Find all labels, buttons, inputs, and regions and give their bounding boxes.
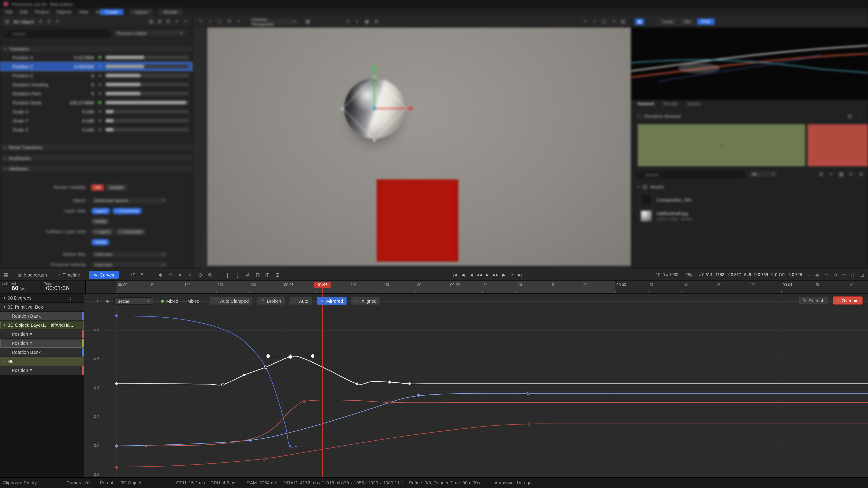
assets-folder-row[interactable]: ▸ ▤ Assets [638, 184, 664, 190]
ghost-icon[interactable]: ◎ [207, 272, 213, 278]
grid-view-icon[interactable]: ⊞ [846, 113, 853, 119]
disable-button[interactable]: Disable [106, 184, 127, 191]
section-attributes[interactable]: ▾ Attributes [0, 165, 192, 173]
add-keyframe-icon[interactable]: ◆ [157, 272, 164, 278]
outline-row-3d-primitive-box[interactable]: ▾3D Primitive: Box [0, 303, 84, 312]
property-row-position-z[interactable]: Position Z0 [0, 71, 192, 80]
property-value[interactable]: 225.274889 [66, 100, 94, 105]
loop-icon[interactable]: ⟳ [823, 272, 829, 277]
range-start-icon[interactable]: [ [224, 272, 231, 278]
property-value[interactable]: -0.094346 [66, 64, 94, 69]
play-button[interactable]: ▶ [484, 271, 491, 278]
select-tool-icon[interactable]: ↖ [197, 19, 204, 24]
renderer-browser-checkbox[interactable] [638, 114, 642, 118]
keyframe-toggle[interactable] [98, 119, 101, 122]
property-value[interactable]: 0.100 [66, 118, 94, 123]
layer-chip[interactable]: Layer1 [91, 208, 110, 214]
disclosure-icon[interactable]: ▾ [4, 305, 5, 309]
orbit-tool-icon[interactable]: ⟲ [226, 19, 232, 24]
snap-target-icon[interactable]: ⌖ [187, 272, 193, 278]
tab-timeline[interactable]: ◔Timeline [56, 271, 82, 279]
tangent-handle[interactable] [311, 354, 314, 358]
snapshot-icon[interactable]: ⊡ [860, 272, 865, 277]
property-value[interactable]: 0.100 [66, 127, 94, 132]
frame-tool-icon[interactable]: ⌖ [235, 19, 242, 24]
overlays-icon[interactable]: ▤ [620, 19, 626, 24]
section-reset-transform[interactable]: ▸ Reset Transform [0, 143, 192, 151]
property-slider[interactable] [106, 119, 189, 122]
grid-icon[interactable]: ⊞ [373, 19, 380, 24]
property-slider[interactable] [106, 128, 189, 132]
property-row-rotation-heading[interactable]: Rotation Heading0 [0, 80, 192, 89]
disclosure-icon[interactable]: ▾ [4, 323, 5, 327]
playhead-badge[interactable]: 01:06 [314, 282, 331, 288]
light-icon[interactable]: ⊙ [345, 19, 351, 24]
magnet-icon[interactable]: ⊙ [197, 272, 204, 278]
step-back-button[interactable]: ◀| [460, 271, 466, 278]
property-row-scale-z[interactable]: Scale Z0.100 [0, 125, 192, 134]
object-dropdown[interactable]: Deformed Sphere▼ [91, 197, 168, 204]
range-end-icon[interactable]: ] [234, 272, 241, 278]
property-slider[interactable] [106, 65, 189, 68]
redo-icon[interactable]: ↻ [139, 272, 146, 278]
gizmo-icon[interactable]: ⌖ [582, 19, 588, 24]
process-linked-dropdown[interactable]: Process Linked▼ [114, 29, 186, 37]
preserve-velocity-dropdown[interactable]: Unknown▼ [91, 261, 168, 268]
timeline-ruler[interactable]: 00:005f10f15f20f00:015f10f15f20f00:025f1… [86, 281, 868, 294]
gizmo-center-handle[interactable] [373, 107, 376, 110]
scopes-tab-assets[interactable]: Assets [687, 101, 701, 106]
property-row-rotation-pitch[interactable]: Rotation Pitch0 [0, 89, 192, 98]
interpolation-dropdown[interactable]: Bezier▼ [114, 297, 153, 305]
camera-dropdown[interactable]: Camera Perspective▼ [248, 18, 299, 25]
red-square-object[interactable] [377, 179, 458, 262]
undo-icon[interactable]: ↺ [129, 272, 136, 278]
timing-chip[interactable]: ◔ Mixed [182, 298, 199, 304]
property-row-rotation-bank[interactable]: Rotation Bank225.274889 [0, 98, 192, 107]
gear-icon[interactable]: ⚙ [858, 171, 864, 177]
camera-view-icon[interactable]: ◫ [601, 19, 608, 24]
viewport-canvas[interactable] [207, 28, 631, 266]
goto-end-button[interactable]: ▶| [517, 271, 523, 278]
y-axis-handle[interactable] [374, 69, 375, 109]
outline-row-rotation-bank[interactable]: Rotation Bank [0, 348, 84, 357]
tab-nodegraph[interactable]: ▦Nodegraph [16, 271, 49, 279]
thumb-view-icon[interactable]: ▦ [838, 171, 844, 177]
x-axis-arrow-icon[interactable] [410, 106, 413, 111]
keyframe-toggle[interactable] [98, 92, 101, 95]
marquee-tool-icon[interactable]: ▢ [216, 19, 223, 24]
texture-icon[interactable]: ▣ [364, 19, 370, 24]
gear-icon[interactable]: ⚙ [165, 19, 172, 24]
rows-icon[interactable]: ▥ [254, 272, 261, 278]
properties-search-input[interactable] [4, 30, 110, 37]
mode-tab-render[interactable]: Render [158, 9, 182, 15]
more-icon[interactable]: ⋮ [857, 113, 864, 119]
menu-file[interactable]: File [5, 9, 13, 15]
off-button[interactable]: Off [91, 184, 104, 191]
keyframe-type-chip[interactable]: Mixed [161, 298, 178, 304]
filter-icon[interactable]: ▤ [148, 19, 154, 24]
auto-key-icon[interactable]: ● [177, 272, 184, 278]
loop-button[interactable]: ⟳ [508, 271, 515, 278]
audio-waveform-icon[interactable]: ∿ [805, 272, 811, 277]
property-slider[interactable] [106, 56, 189, 59]
tangent-aligned-button[interactable]: —Aligned [351, 297, 381, 305]
menu-objects[interactable]: Objects [56, 9, 71, 15]
layer-visible-chip[interactable]: Visible [91, 218, 110, 224]
property-slider[interactable] [106, 110, 189, 113]
property-value[interactable]: 0 [66, 73, 94, 78]
split-view-icon[interactable]: ◫ [850, 272, 856, 277]
section-transform[interactable]: ▾ Transform [0, 45, 192, 53]
property-value[interactable]: 0 [66, 82, 94, 87]
keyframe-toggle[interactable] [98, 110, 101, 113]
selection-corner[interactable] [341, 108, 343, 109]
playhead-stem[interactable] [322, 288, 323, 294]
menu-project[interactable]: Project [35, 9, 49, 15]
selection-corner[interactable] [373, 140, 375, 141]
fast-forward-button[interactable]: ▶▶ [492, 271, 499, 278]
property-row-position-x[interactable]: Position X-0.417869 [0, 53, 192, 62]
property-row-scale-x[interactable]: Scale X0.100 [0, 107, 192, 116]
tangent-handle[interactable] [267, 354, 270, 358]
scopes-tab-render[interactable]: Render [663, 101, 678, 106]
speaker-icon[interactable]: ◉ [814, 272, 820, 277]
keyframe[interactable] [264, 366, 267, 369]
